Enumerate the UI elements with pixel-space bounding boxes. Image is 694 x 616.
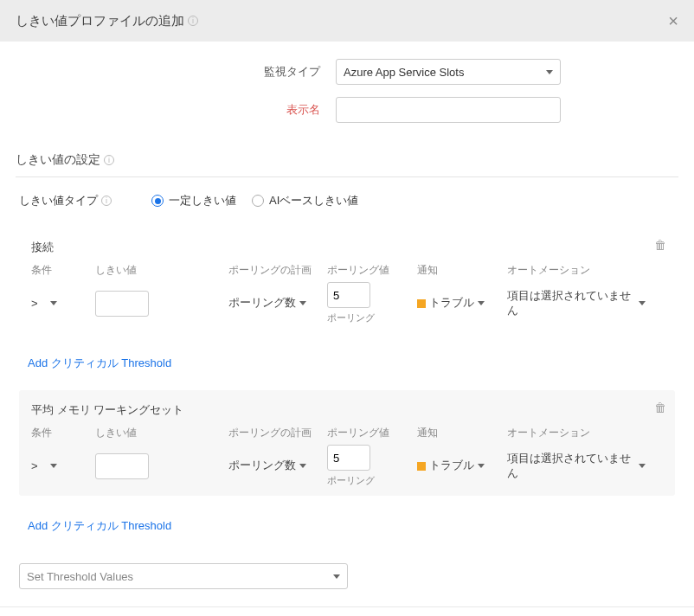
notify-select[interactable]: トラブル: [417, 459, 485, 473]
threshold-block-0: 接続 🗑 条件 しきい値 ポーリングの計画 ポーリング値 通知 オートメーション…: [19, 228, 675, 333]
delete-icon[interactable]: 🗑: [654, 401, 666, 414]
status-icon: [417, 462, 426, 471]
col-automation: オートメーション: [507, 264, 646, 277]
chevron-down-icon: [478, 464, 485, 468]
col-threshold: しきい値: [95, 427, 225, 440]
block-title: 平均 メモリ ワーキングセット: [31, 402, 663, 418]
radio-fixed-label: 一定しきい値: [169, 193, 236, 209]
cond-value: >: [31, 459, 38, 472]
add-critical-link-0[interactable]: Add クリティカル Threshold: [28, 356, 171, 371]
poll-plan-value: ポーリング数: [228, 459, 296, 473]
chevron-down-icon: [50, 301, 57, 305]
set-threshold-value: Set Threshold Values: [27, 570, 133, 583]
notify-cell: トラブル: [417, 296, 504, 311]
status-icon: [417, 299, 426, 308]
col-poll-plan: ポーリングの計画: [228, 427, 324, 440]
top-form: 監視タイプ Azure App Service Slots 表示名: [0, 42, 694, 144]
radio-icon: [151, 195, 164, 207]
threshold-grid: 条件 しきい値 ポーリングの計画 ポーリング値 通知 オートメーション > ポー…: [31, 264, 663, 324]
poll-value-cell: ポーリング: [327, 445, 414, 487]
chevron-down-icon: [639, 301, 646, 305]
delete-icon[interactable]: 🗑: [654, 238, 666, 252]
automation-cell: 項目は選択されていません: [507, 452, 646, 481]
notify-cell: トラブル: [417, 459, 504, 473]
col-poll-value: ポーリング値: [327, 427, 414, 440]
info-icon[interactable]: i: [101, 196, 112, 206]
chevron-down-icon: [299, 464, 306, 468]
poll-plan-cell: ポーリング数: [228, 296, 324, 311]
info-icon[interactable]: i: [104, 155, 114, 165]
monitor-type-label: 監視タイプ: [16, 64, 336, 80]
display-name-input[interactable]: [336, 97, 561, 123]
notify-value: トラブル: [429, 459, 474, 473]
poll-value-input[interactable]: [327, 445, 370, 471]
col-poll-value: ポーリング値: [327, 264, 414, 277]
notify-select[interactable]: トラブル: [417, 296, 485, 311]
monitor-type-row: 監視タイプ Azure App Service Slots: [16, 59, 678, 85]
poll-plan-value: ポーリング数: [228, 296, 296, 311]
poll-value-input[interactable]: [327, 282, 370, 308]
col-notify: 通知: [417, 427, 504, 440]
threshold-settings-title: しきい値の設定 i: [16, 152, 678, 177]
dialog-title-text: しきい値プロファイルの追加: [16, 13, 184, 29]
chevron-down-icon: [478, 301, 485, 305]
threshold-cell: [95, 291, 225, 317]
threshold-settings-title-text: しきい値の設定: [16, 152, 100, 168]
cond-cell: >: [31, 297, 92, 310]
dialog-title: しきい値プロファイルの追加 i: [16, 13, 198, 29]
automation-value: 項目は選択されていません: [507, 452, 635, 481]
display-name-label: 表示名: [16, 102, 336, 118]
dialog-header: しきい値プロファイルの追加 i ×: [0, 0, 694, 42]
radio-ai-threshold[interactable]: AIベースしきい値: [252, 193, 358, 209]
cond-value: >: [31, 297, 38, 310]
threshold-input[interactable]: [95, 291, 149, 317]
radio-fixed-threshold[interactable]: 一定しきい値: [151, 193, 236, 209]
monitor-type-select[interactable]: Azure App Service Slots: [336, 59, 561, 85]
cond-select[interactable]: >: [31, 297, 57, 310]
block-title: 接続: [31, 240, 663, 255]
threshold-grid: 条件 しきい値 ポーリングの計画 ポーリング値 通知 オートメーション > ポー…: [31, 427, 663, 487]
add-critical-link-1[interactable]: Add クリティカル Threshold: [28, 518, 171, 534]
col-cond: 条件: [31, 427, 92, 440]
display-name-row: 表示名: [16, 97, 678, 123]
set-threshold-row: Set Threshold Values: [19, 563, 675, 589]
poll-value-cell: ポーリング: [327, 282, 414, 324]
poll-unit: ポーリング: [327, 474, 375, 487]
automation-value: 項目は選択されていません: [507, 289, 635, 318]
close-button[interactable]: ×: [668, 12, 678, 29]
poll-plan-select[interactable]: ポーリング数: [228, 459, 306, 473]
poll-plan-select[interactable]: ポーリング数: [228, 296, 306, 311]
threshold-settings-section: しきい値の設定 i しきい値タイプ i 一定しきい値 AIベースしきい値 接続 …: [0, 144, 694, 558]
cond-select[interactable]: >: [31, 459, 57, 472]
threshold-cell: [95, 453, 225, 479]
automation-select[interactable]: 項目は選択されていません: [507, 452, 646, 481]
threshold-input[interactable]: [95, 453, 149, 479]
radio-ai-label: AIベースしきい値: [269, 193, 358, 209]
threshold-type-label-text: しきい値タイプ: [19, 193, 98, 209]
threshold-type-label: しきい値タイプ i: [19, 193, 112, 209]
cond-cell: >: [31, 459, 92, 472]
threshold-block-1: 平均 メモリ ワーキングセット 🗑 条件 しきい値 ポーリングの計画 ポーリング…: [19, 390, 675, 496]
automation-cell: 項目は選択されていません: [507, 289, 646, 318]
poll-plan-cell: ポーリング数: [228, 459, 324, 473]
chevron-down-icon: [299, 301, 306, 305]
chevron-down-icon: [639, 464, 646, 468]
notify-value: トラブル: [429, 296, 474, 311]
dialog-footer: 保存: [0, 606, 694, 616]
threshold-type-row: しきい値タイプ i 一定しきい値 AIベースしきい値: [19, 193, 678, 209]
col-notify: 通知: [417, 264, 504, 277]
chevron-down-icon: [546, 70, 553, 74]
radio-icon: [252, 195, 264, 207]
col-threshold: しきい値: [95, 264, 225, 277]
set-threshold-select[interactable]: Set Threshold Values: [19, 563, 348, 589]
col-poll-plan: ポーリングの計画: [228, 264, 324, 277]
col-automation: オートメーション: [507, 427, 646, 440]
chevron-down-icon: [50, 464, 57, 468]
chevron-down-icon: [333, 574, 340, 579]
monitor-type-value: Azure App Service Slots: [344, 66, 464, 79]
col-cond: 条件: [31, 264, 92, 277]
automation-select[interactable]: 項目は選択されていません: [507, 289, 646, 318]
poll-unit: ポーリング: [327, 311, 375, 324]
info-icon[interactable]: i: [188, 16, 198, 26]
threshold-type-radio-group: 一定しきい値 AIベースしきい値: [151, 193, 358, 209]
